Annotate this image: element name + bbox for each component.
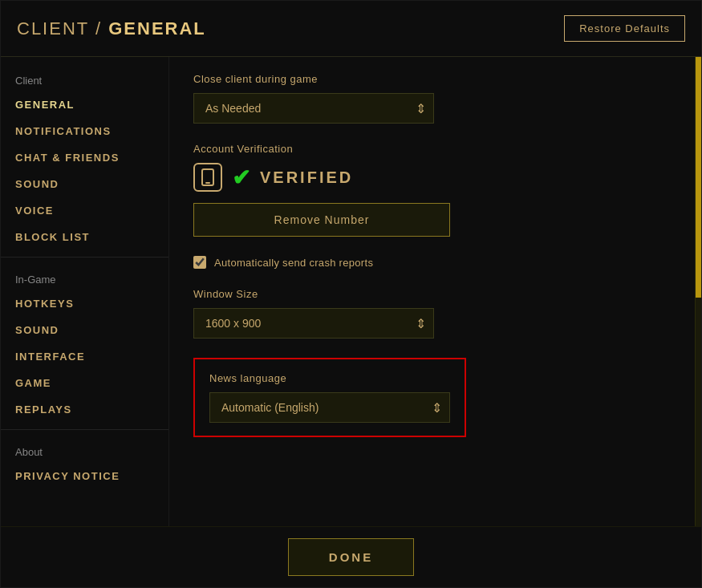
app-container: CLIENT / GENERAL Restore Defaults Client… <box>0 0 702 588</box>
footer: DONE <box>1 526 701 587</box>
scrollbar-thumb[interactable] <box>696 57 701 298</box>
content-area: Close client during game As Needed Alway… <box>169 57 695 526</box>
restore-defaults-button[interactable]: Restore Defaults <box>564 15 685 42</box>
sidebar-item-replays[interactable]: REPLAYS <box>1 396 168 423</box>
window-size-section: Window Size 1600 x 900 1280 x 720 1920 x… <box>193 288 671 339</box>
sidebar-item-notifications[interactable]: NOTIFICATIONS <box>1 118 168 144</box>
verified-row: ✔ VERIFIED <box>193 163 671 192</box>
news-language-section: News language Automatic (English) Englis… <box>193 358 466 437</box>
sidebar-item-voice[interactable]: VOICE <box>1 197 168 224</box>
breadcrumb-client: CLIENT <box>17 18 89 39</box>
breadcrumb-general: GENERAL <box>108 18 206 39</box>
about-section-label: About <box>1 436 168 463</box>
main-body: Client GENERAL NOTIFICATIONS CHAT & FRIE… <box>1 57 701 526</box>
auto-crash-checkbox[interactable] <box>193 256 206 269</box>
sidebar-item-hotkeys[interactable]: HOTKEYS <box>1 290 168 317</box>
sidebar-divider-1 <box>1 257 168 258</box>
header: CLIENT / GENERAL Restore Defaults <box>1 1 701 57</box>
close-client-section: Close client during game As Needed Alway… <box>193 73 671 124</box>
phone-icon <box>193 163 222 192</box>
remove-number-button[interactable]: Remove Number <box>193 203 450 237</box>
sidebar-item-chat-friends[interactable]: CHAT & FRIENDS <box>1 144 168 171</box>
close-client-label: Close client during game <box>193 73 671 85</box>
account-verification-section: Account Verification ✔ VERIFIED Remove N… <box>193 143 671 237</box>
close-client-select[interactable]: As Needed Always Never <box>193 93 434 124</box>
auto-crash-label: Automatically send crash reports <box>214 257 373 269</box>
news-language-select-wrapper: Automatic (English) English French Germa… <box>209 392 450 423</box>
client-section-label: Client <box>1 65 168 91</box>
sidebar-item-general[interactable]: GENERAL <box>1 91 168 118</box>
sidebar-item-game[interactable]: GAME <box>1 370 168 396</box>
page-title: CLIENT / GENERAL <box>17 18 206 39</box>
window-size-select-wrapper: 1600 x 900 1280 x 720 1920 x 1080 ⇕ <box>193 308 434 339</box>
sidebar-item-privacy[interactable]: PRIVACY NOTICE <box>1 463 168 489</box>
svg-rect-1 <box>205 182 210 184</box>
verified-label: VERIFIED <box>260 168 353 187</box>
sidebar-item-block-list[interactable]: BLOCK LIST <box>1 224 168 250</box>
sidebar-item-interface[interactable]: INTERFACE <box>1 343 168 370</box>
auto-crash-section: Automatically send crash reports <box>193 256 671 269</box>
sidebar-item-sound-ig[interactable]: SOUND <box>1 317 168 343</box>
scrollbar-track[interactable] <box>695 57 701 526</box>
sidebar-item-sound[interactable]: SOUND <box>1 171 168 197</box>
ingame-section-label: In-Game <box>1 264 168 290</box>
account-verification-label: Account Verification <box>193 143 671 155</box>
window-size-label: Window Size <box>193 288 671 300</box>
verified-checkmark-icon: ✔ <box>232 164 250 191</box>
sidebar: Client GENERAL NOTIFICATIONS CHAT & FRIE… <box>1 57 169 526</box>
separator: / <box>95 18 108 39</box>
news-language-select[interactable]: Automatic (English) English French Germa… <box>209 392 450 423</box>
window-size-select[interactable]: 1600 x 900 1280 x 720 1920 x 1080 <box>193 308 434 339</box>
news-language-label: News language <box>209 372 450 384</box>
done-button[interactable]: DONE <box>288 538 414 576</box>
close-client-select-wrapper: As Needed Always Never ⇕ <box>193 93 434 124</box>
sidebar-divider-2 <box>1 429 168 430</box>
